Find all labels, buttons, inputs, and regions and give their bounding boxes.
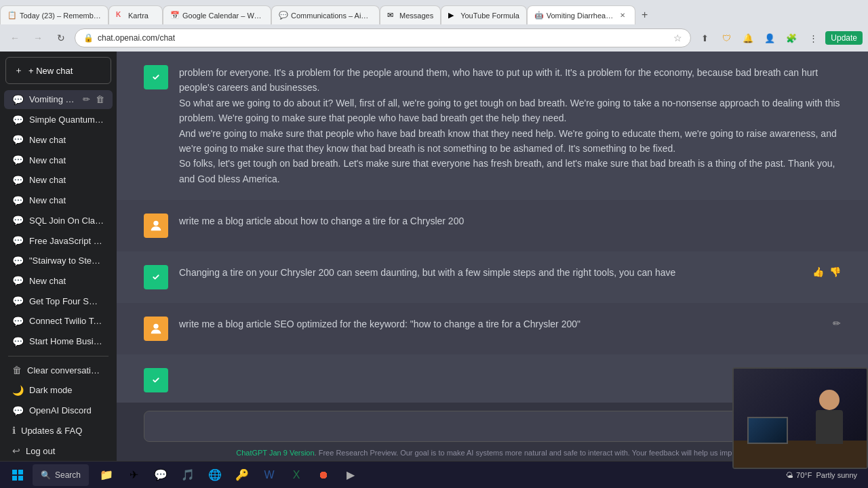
openai-discord-label: OpenAI Discord <box>29 405 104 415</box>
taskbar-word[interactable]: W <box>257 463 281 487</box>
message-row-3: write me a blog article SEO optimized fo… <box>117 303 868 354</box>
profile-button[interactable]: 👤 <box>760 28 779 47</box>
webcam-monitor-screen <box>749 418 787 443</box>
tab-remember-milk[interactable]: 📋 Today (23) – Remember The Milk <box>0 5 108 24</box>
message-content-3: write me a blog article SEO optimized fo… <box>179 317 822 331</box>
discord-icon: 💬 <box>12 405 24 416</box>
taskbar-file-explorer[interactable]: 📁 <box>94 463 119 487</box>
tab-vomiting-dog[interactable]: 🤖 Vomiting Diarrhea Dog Illness ✕ <box>527 5 635 24</box>
reload-button[interactable]: ↻ <box>52 28 71 47</box>
new-tab-button[interactable]: + <box>635 5 654 24</box>
sidebar-item-home-business[interactable]: 💬 Start Home Business With $1l... <box>4 332 113 351</box>
browser-actions: ⬆ 🛡 🔔 👤 🧩 ⋮ Update <box>695 28 863 47</box>
tab-youtube[interactable]: ▶ YouTube Formula <box>441 5 527 24</box>
tab-label-1: Today (23) – Remember The Milk <box>20 12 101 20</box>
tab-label-4: Communications – Aiosware Talk <box>291 12 372 20</box>
sidebar-item-stairway[interactable]: 💬 "Stairway to Stench Parody" <box>4 251 113 270</box>
extensions-button[interactable]: 🧩 <box>782 28 801 47</box>
sidebar-item-sql-join[interactable]: 💬 SQL Join On Clause Error <box>4 211 113 230</box>
forward-button[interactable]: → <box>28 28 47 47</box>
sidebar-item-quantum[interactable]: 💬 Simple Quantum Computing t <box>4 110 113 129</box>
weather-temp: 70°F <box>796 471 812 479</box>
update-button[interactable]: Update <box>825 31 863 45</box>
webcam-person-figure <box>812 390 846 444</box>
sidebar-item-new-chat-2[interactable]: 💬 New chat <box>4 150 113 169</box>
chat-icon-9: 💬 <box>12 275 24 286</box>
taskbar-recording[interactable]: ⏺ <box>311 463 336 487</box>
message-input[interactable] <box>154 418 816 434</box>
taskbar-chrome[interactable]: 🌐 <box>203 463 227 487</box>
dark-mode-toggle[interactable]: 🌙 Dark mode <box>4 381 113 400</box>
new-chat-button[interactable]: ＋ + New chat <box>5 57 111 84</box>
weather-icon: 🌤 <box>786 471 793 479</box>
share-button[interactable]: ⬆ <box>695 28 714 47</box>
sidebar-item-new-chat-4[interactable]: 💬 New chat <box>4 191 113 210</box>
chat-icon-11: 💬 <box>12 316 24 327</box>
edit-button[interactable]: ✏ <box>833 318 841 329</box>
tab-google-calendar[interactable]: 📅 Google Calendar – Week of January... <box>163 5 271 24</box>
sidebar-item-new-chat-5[interactable]: 💬 New chat <box>4 272 113 291</box>
taskbar-excel[interactable]: X <box>284 463 309 487</box>
tab-bar: 📋 Today (23) – Remember The Milk K Kartr… <box>0 0 868 24</box>
message-content-0: problem for everyone. It's a problem for… <box>179 65 841 186</box>
taskbar-discord[interactable]: 💬 <box>149 463 173 487</box>
thumbs-up-button[interactable]: 👍 <box>812 266 824 277</box>
bookmark-icon[interactable]: ☆ <box>673 33 682 43</box>
address-bar-row: ← → ↻ 🔒 chat.openai.com/chat ☆ ⬆ 🛡 🔔 👤 🧩… <box>0 24 868 52</box>
tab-label-7: Vomiting Diarrhea Dog Illness <box>547 12 614 20</box>
chat-icon-5: 💬 <box>12 195 24 206</box>
webcam-video <box>734 369 867 468</box>
webcam-head <box>819 390 840 410</box>
chat-icon-10: 💬 <box>12 296 24 306</box>
item-delete-icon[interactable]: 🗑 <box>96 94 104 104</box>
svg-point-0 <box>153 221 158 226</box>
message-actions-2: 👍 👎 <box>812 265 841 277</box>
tab-messages[interactable]: ✉ Messages <box>380 5 441 24</box>
address-bar[interactable]: 🔒 chat.openai.com/chat ☆ <box>75 28 691 47</box>
back-button[interactable]: ← <box>5 28 24 47</box>
item-edit-icon[interactable]: ✏ <box>83 94 90 104</box>
trash-icon: 🗑 <box>12 365 22 375</box>
sidebar-item-vomiting-dog[interactable]: 💬 Vomiting Diarrhea Dog ✏ 🗑 <box>4 90 113 109</box>
sidebar-item-label-11: Connect Twilio To Kartra <box>29 316 104 326</box>
updates-faq-link[interactable]: ℹ Updates & FAQ <box>4 421 113 440</box>
tab-close-button[interactable]: ✕ <box>617 10 628 21</box>
taskbar-spotify[interactable]: 🎵 <box>176 463 200 487</box>
browser-chrome: 📋 Today (23) – Remember The Milk K Kartr… <box>0 0 868 52</box>
message-row-0: problem for everyone. It's a problem for… <box>117 52 868 200</box>
thumbs-down-button[interactable]: 👎 <box>829 266 841 277</box>
clear-conversations-button[interactable]: 🗑 Clear conversations <box>4 361 113 380</box>
webcam-desk <box>734 441 867 468</box>
tab-label-3: Google Calendar – Week of January... <box>182 12 264 20</box>
sidebar-item-js-editors[interactable]: 💬 Free JavaScript Editors <box>4 231 113 250</box>
webcam-body <box>816 410 843 444</box>
tab-kartra[interactable]: K Kartra <box>108 5 163 24</box>
start-button[interactable] <box>5 463 30 487</box>
info-icon: ℹ <box>12 425 16 436</box>
sidebar-item-new-chat-1[interactable]: 💬 New chat <box>4 130 113 149</box>
taskbar-telegram[interactable]: ✈ <box>121 463 146 487</box>
sidebar-item-new-chat-3[interactable]: 💬 New chat <box>4 171 113 190</box>
openai-discord-link[interactable]: 💬 OpenAI Discord <box>4 401 113 420</box>
plus-icon: ＋ <box>14 64 23 77</box>
notifications-button[interactable]: 🔔 <box>738 28 757 47</box>
sidebar-item-twilio[interactable]: 💬 Connect Twilio To Kartra <box>4 312 113 331</box>
tab-label-2: Kartra <box>128 12 155 20</box>
tab-communications[interactable]: 💬 Communications – Aiosware Talk <box>271 5 380 24</box>
moon-icon: 🌙 <box>12 385 24 396</box>
menu-button[interactable]: ⋮ <box>804 28 823 47</box>
chat-messages: problem for everyone. It's a problem for… <box>117 52 868 403</box>
lock-icon: 🔒 <box>83 33 94 43</box>
taskbar-keepass[interactable]: 🔑 <box>230 463 254 487</box>
taskbar-search-button[interactable]: 🔍 Search <box>33 464 89 486</box>
sidebar-item-label-12: Start Home Business With $1l... <box>29 336 104 346</box>
weather-condition: Partly sunny <box>816 471 857 479</box>
assistant-avatar-2 <box>144 265 168 289</box>
logout-button[interactable]: ↩ Log out <box>4 441 113 460</box>
tab-favicon-5: ✉ <box>387 11 397 20</box>
chatgpt-version-link[interactable]: ChatGPT Jan 9 Version <box>236 449 314 457</box>
chat-icon-6: 💬 <box>12 215 24 226</box>
message-content-1: write me a blog article about how to cha… <box>179 214 841 228</box>
taskbar-play[interactable]: ▶ <box>338 463 363 487</box>
sidebar-item-sql-values[interactable]: 💬 Get Top Four SQL Values <box>4 291 113 310</box>
